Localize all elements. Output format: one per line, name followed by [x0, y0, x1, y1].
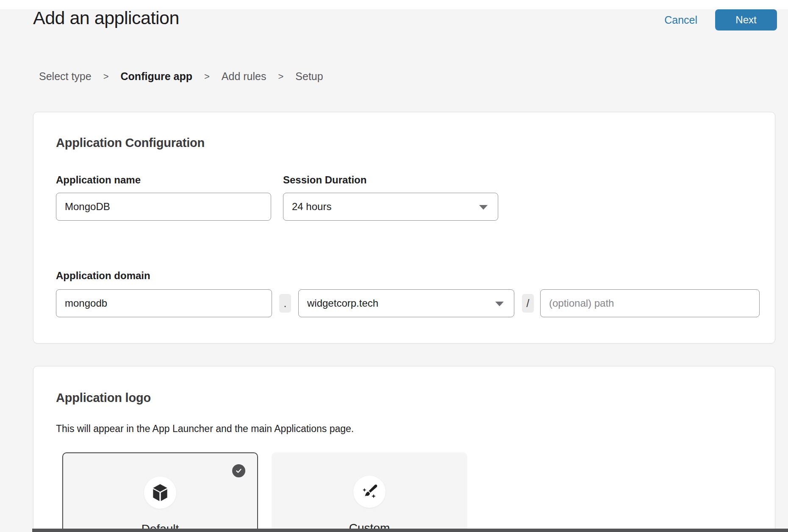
application-domain-row: . widgetcorp.tech /: [56, 289, 759, 317]
session-duration-value: 24 hours: [292, 201, 331, 213]
selected-check-badge: [232, 464, 245, 477]
chevron-down-icon: [479, 205, 488, 210]
slash-separator: /: [522, 294, 534, 313]
dot-separator: .: [279, 294, 291, 313]
chevron-down-icon: [495, 302, 504, 306]
application-name-input[interactable]: [56, 193, 271, 221]
breadcrumb-separator: >: [278, 71, 283, 82]
check-icon: [235, 467, 242, 474]
breadcrumb-separator: >: [103, 71, 109, 82]
breadcrumb-step-setup[interactable]: Setup: [295, 70, 323, 83]
logo-options-row: Default Custom: [62, 452, 467, 532]
logo-card-heading: Application logo: [56, 391, 151, 405]
breadcrumb-step-configure-app[interactable]: Configure app: [121, 70, 192, 83]
breadcrumb-step-add-rules[interactable]: Add rules: [222, 70, 266, 83]
session-duration-label: Session Duration: [283, 174, 366, 186]
default-logo-circle: [144, 477, 176, 509]
logo-card-description: This will appear in the App Launcher and…: [56, 423, 354, 435]
application-domain-label: Application domain: [56, 270, 150, 282]
application-configuration-card: Application Configuration Application na…: [33, 112, 775, 344]
page-title: Add an application: [33, 8, 179, 28]
header-actions: Cancel Next: [664, 9, 777, 30]
paintbrush-icon: [361, 483, 378, 501]
breadcrumb-step-select-type[interactable]: Select type: [39, 70, 92, 83]
path-input[interactable]: [540, 289, 760, 317]
cancel-button[interactable]: Cancel: [664, 14, 697, 26]
next-button[interactable]: Next: [715, 9, 777, 30]
application-logo-card: Application logo This will appear in the…: [33, 366, 775, 532]
subdomain-input[interactable]: [56, 289, 272, 317]
application-name-label: Application name: [56, 174, 141, 186]
config-card-heading: Application Configuration: [56, 136, 205, 150]
logo-option-default[interactable]: Default: [62, 452, 258, 532]
window-bottom-edge: [32, 529, 788, 532]
custom-logo-circle: [353, 476, 386, 508]
breadcrumb: Select type > Configure app > Add rules …: [39, 70, 323, 83]
breadcrumb-separator: >: [204, 71, 210, 82]
session-duration-select[interactable]: 24 hours: [283, 193, 498, 221]
domain-select-value: widgetcorp.tech: [307, 297, 378, 309]
cube-icon: [152, 483, 169, 502]
logo-option-custom[interactable]: Custom: [272, 452, 467, 532]
domain-select[interactable]: widgetcorp.tech: [298, 289, 514, 317]
